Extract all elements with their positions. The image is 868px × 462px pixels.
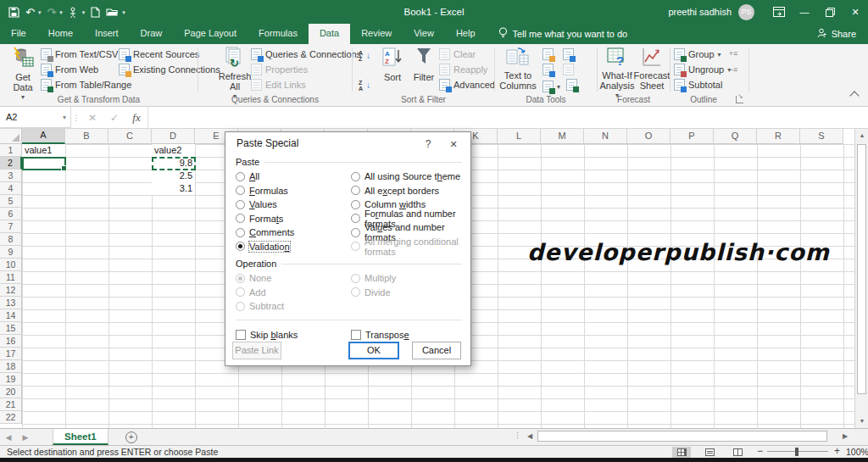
user-name[interactable]: preethi sadhish — [668, 7, 732, 17]
column-header-S[interactable]: S — [800, 129, 843, 144]
row-header-22[interactable]: 22 — [0, 411, 22, 424]
minimize-button[interactable]: — — [792, 0, 817, 24]
tell-me-box[interactable]: Tell me what you want to do — [498, 24, 628, 44]
column-header-B[interactable]: B — [65, 129, 108, 144]
cell-D1[interactable]: value2 — [152, 144, 195, 157]
sort-ascending-button[interactable]: AZ↓ — [359, 48, 370, 64]
vertical-scrollbar[interactable]: ▲ ▼ — [854, 129, 868, 428]
row-header-6[interactable]: 6 — [0, 208, 22, 220]
filter-button[interactable]: Filter — [410, 47, 437, 82]
tab-formulas[interactable]: Formulas — [248, 24, 309, 44]
row-header-14[interactable]: 14 — [0, 309, 22, 322]
new-sheet-icon[interactable]: + — [125, 431, 137, 443]
open-folder-icon[interactable] — [106, 7, 119, 17]
cell-D4[interactable]: 3.1 — [152, 182, 195, 195]
cancel-button[interactable]: Cancel — [412, 342, 461, 359]
row-header-20[interactable]: 20 — [0, 386, 22, 398]
radio-formats[interactable]: Formats — [236, 212, 351, 226]
tab-data[interactable]: Data — [309, 24, 350, 44]
row-header-3[interactable]: 3 — [0, 170, 22, 182]
tab-help[interactable]: Help — [445, 24, 487, 44]
tab-insert[interactable]: Insert — [84, 24, 130, 44]
page-break-view-button[interactable] — [728, 447, 747, 458]
row-header-17[interactable]: 17 — [0, 348, 22, 360]
hide-detail-icon[interactable]: −≡ — [726, 65, 740, 75]
row-header-7[interactable]: 7 — [0, 220, 22, 233]
tab-home[interactable]: Home — [37, 24, 84, 44]
column-header-C[interactable]: C — [108, 129, 152, 144]
column-header-Q[interactable]: Q — [714, 129, 757, 144]
radio-formulas[interactable]: Formulas — [236, 184, 351, 198]
zoom-out-icon[interactable]: − — [757, 447, 763, 456]
row-header-21[interactable]: 21 — [0, 398, 22, 411]
close-button[interactable]: ✕ — [843, 0, 868, 24]
column-header-P[interactable]: P — [670, 129, 714, 144]
dialog-close-icon[interactable]: ✕ — [443, 136, 464, 152]
scroll-right-icon[interactable]: ▶ — [839, 431, 851, 443]
column-header-M[interactable]: M — [541, 129, 584, 144]
what-if-analysis-button[interactable]: ? What-If Analysis — [599, 47, 635, 101]
scroll-down-icon[interactable]: ▼ — [855, 415, 868, 428]
tab-scroll-splitter[interactable]: ⋮ — [514, 431, 522, 439]
zoom-slider-thumb[interactable] — [795, 448, 798, 456]
ungroup-button[interactable]: Ungroup — [674, 62, 731, 77]
column-header-N[interactable]: N — [584, 129, 627, 144]
sheet-tab-sheet1[interactable]: Sheet1 — [53, 429, 108, 445]
consolidate-button[interactable] — [563, 48, 574, 62]
row-header-12[interactable]: 12 — [0, 284, 22, 297]
vertical-scroll-thumb[interactable] — [857, 144, 866, 394]
scroll-left-icon[interactable]: ◀ — [524, 431, 536, 443]
horizontal-scroll-thumb[interactable] — [537, 431, 827, 442]
collapse-ribbon-icon[interactable] — [849, 91, 859, 100]
name-box-dropdown-icon[interactable]: ▾ — [63, 114, 66, 121]
row-header-9[interactable]: 9 — [0, 246, 22, 259]
dialog-help-icon[interactable]: ? — [418, 136, 438, 152]
tab-review[interactable]: Review — [350, 24, 403, 44]
data-validation-button[interactable] — [542, 79, 560, 94]
column-header-R[interactable]: R — [757, 129, 800, 144]
tab-file[interactable]: File — [0, 24, 37, 44]
column-header-D[interactable]: D — [152, 129, 195, 144]
cell-A1[interactable]: value1 — [22, 144, 65, 157]
column-header-L[interactable]: L — [498, 129, 541, 144]
prev-sheet-icon[interactable]: ◀ — [0, 429, 17, 445]
share-button[interactable]: Share — [817, 24, 856, 44]
scroll-up-icon[interactable]: ▲ — [855, 129, 868, 142]
customize-qat-icon[interactable]: ▾ — [122, 7, 125, 18]
group-button[interactable]: Group — [674, 47, 731, 62]
column-header-A[interactable]: A — [22, 129, 65, 144]
text-to-columns-button[interactable]: Text to Columns — [498, 47, 537, 91]
subtotal-button[interactable]: Subtotal — [674, 77, 731, 92]
normal-view-button[interactable] — [672, 447, 691, 458]
row-header-15[interactable]: 15 — [0, 322, 22, 335]
row-header-18[interactable]: 18 — [0, 360, 22, 373]
remove-duplicates-button[interactable] — [542, 64, 554, 77]
tab-draw[interactable]: Draw — [130, 24, 174, 44]
next-sheet-icon[interactable]: ▶ — [17, 429, 34, 445]
undo-icon[interactable]: ↶ — [25, 7, 35, 18]
row-header-1[interactable]: 1 — [0, 144, 22, 157]
zoom-in-icon[interactable]: + — [834, 446, 840, 456]
row-header-11[interactable]: 11 — [0, 271, 22, 284]
advanced-button[interactable]: Advanced — [439, 77, 495, 92]
show-detail-icon[interactable]: +≡ — [726, 49, 740, 58]
row-header-16[interactable]: 16 — [0, 335, 22, 348]
undo-dropdown-icon[interactable]: ▾ — [38, 7, 42, 18]
flash-fill-button[interactable] — [542, 48, 554, 62]
row-header-10[interactable]: 10 — [0, 259, 22, 271]
column-header-O[interactable]: O — [627, 129, 670, 144]
row-header-2[interactable]: 2 — [0, 157, 22, 170]
manage-data-model-button[interactable] — [566, 79, 577, 92]
radio-all-using-source-theme[interactable]: All using Source theme — [351, 170, 470, 184]
from-table-range-button[interactable]: From Table/Range — [41, 77, 131, 92]
avatar[interactable]: PS — [738, 4, 754, 20]
zoom-level[interactable]: 100% — [846, 447, 868, 457]
row-header-19[interactable]: 19 — [0, 373, 22, 386]
touch-mode-dropdown-icon[interactable]: ▾ — [82, 7, 86, 18]
radio-values[interactable]: Values — [236, 198, 351, 212]
tab-page-layout[interactable]: Page Layout — [173, 24, 248, 44]
row-header-13[interactable]: 13 — [0, 297, 22, 309]
cell-D3[interactable]: 2.5 — [152, 170, 195, 182]
checkbox-transpose[interactable]: Transpose — [351, 328, 470, 342]
radio-all[interactable]: All — [236, 170, 351, 184]
